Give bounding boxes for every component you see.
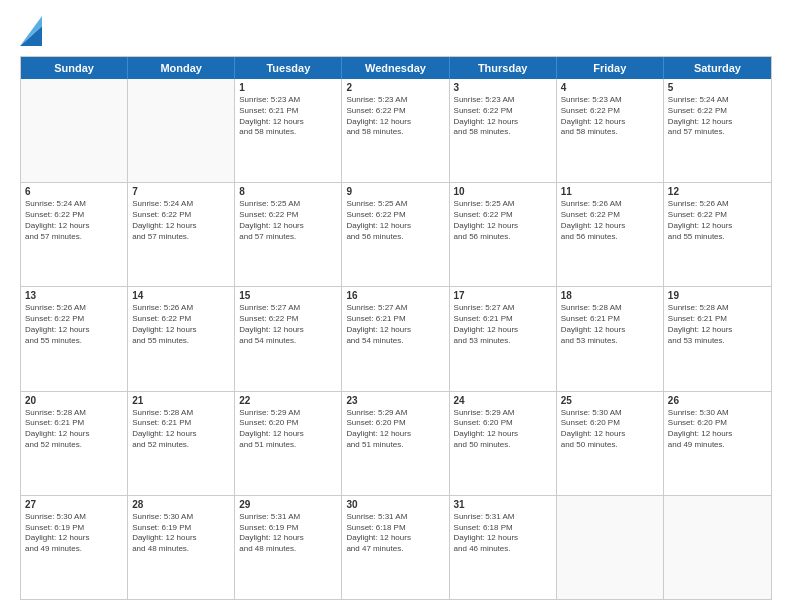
cell-info: Sunrise: 5:28 AMSunset: 6:21 PMDaylight:… — [561, 303, 659, 346]
day-number: 23 — [346, 395, 444, 406]
calendar-cell: 11Sunrise: 5:26 AMSunset: 6:22 PMDayligh… — [557, 183, 664, 286]
day-number: 20 — [25, 395, 123, 406]
calendar-cell: 24Sunrise: 5:29 AMSunset: 6:20 PMDayligh… — [450, 392, 557, 495]
day-number: 13 — [25, 290, 123, 301]
calendar-cell: 26Sunrise: 5:30 AMSunset: 6:20 PMDayligh… — [664, 392, 771, 495]
cell-info: Sunrise: 5:30 AMSunset: 6:20 PMDaylight:… — [668, 408, 767, 451]
calendar-cell: 20Sunrise: 5:28 AMSunset: 6:21 PMDayligh… — [21, 392, 128, 495]
day-number: 10 — [454, 186, 552, 197]
calendar-body: 1Sunrise: 5:23 AMSunset: 6:21 PMDaylight… — [21, 79, 771, 599]
calendar-header: SundayMondayTuesdayWednesdayThursdayFrid… — [21, 57, 771, 79]
day-number: 24 — [454, 395, 552, 406]
page: SundayMondayTuesdayWednesdayThursdayFrid… — [0, 0, 792, 612]
calendar-cell: 15Sunrise: 5:27 AMSunset: 6:22 PMDayligh… — [235, 287, 342, 390]
cell-info: Sunrise: 5:31 AMSunset: 6:19 PMDaylight:… — [239, 512, 337, 555]
cell-info: Sunrise: 5:26 AMSunset: 6:22 PMDaylight:… — [25, 303, 123, 346]
cell-info: Sunrise: 5:23 AMSunset: 6:21 PMDaylight:… — [239, 95, 337, 138]
cell-info: Sunrise: 5:27 AMSunset: 6:21 PMDaylight:… — [454, 303, 552, 346]
cell-info: Sunrise: 5:25 AMSunset: 6:22 PMDaylight:… — [454, 199, 552, 242]
calendar-cell: 31Sunrise: 5:31 AMSunset: 6:18 PMDayligh… — [450, 496, 557, 599]
cell-info: Sunrise: 5:25 AMSunset: 6:22 PMDaylight:… — [239, 199, 337, 242]
calendar-cell: 27Sunrise: 5:30 AMSunset: 6:19 PMDayligh… — [21, 496, 128, 599]
calendar-cell: 1Sunrise: 5:23 AMSunset: 6:21 PMDaylight… — [235, 79, 342, 182]
calendar-cell: 23Sunrise: 5:29 AMSunset: 6:20 PMDayligh… — [342, 392, 449, 495]
calendar-cell: 13Sunrise: 5:26 AMSunset: 6:22 PMDayligh… — [21, 287, 128, 390]
calendar-cell: 25Sunrise: 5:30 AMSunset: 6:20 PMDayligh… — [557, 392, 664, 495]
day-number: 3 — [454, 82, 552, 93]
calendar-cell: 30Sunrise: 5:31 AMSunset: 6:18 PMDayligh… — [342, 496, 449, 599]
day-number: 26 — [668, 395, 767, 406]
day-number: 19 — [668, 290, 767, 301]
calendar-cell — [664, 496, 771, 599]
logo-icon — [20, 16, 42, 46]
cell-info: Sunrise: 5:24 AMSunset: 6:22 PMDaylight:… — [668, 95, 767, 138]
day-number: 4 — [561, 82, 659, 93]
calendar-cell: 21Sunrise: 5:28 AMSunset: 6:21 PMDayligh… — [128, 392, 235, 495]
calendar-cell: 5Sunrise: 5:24 AMSunset: 6:22 PMDaylight… — [664, 79, 771, 182]
day-number: 16 — [346, 290, 444, 301]
calendar-cell: 28Sunrise: 5:30 AMSunset: 6:19 PMDayligh… — [128, 496, 235, 599]
header — [20, 16, 772, 46]
calendar-row: 20Sunrise: 5:28 AMSunset: 6:21 PMDayligh… — [21, 391, 771, 495]
calendar-row: 6Sunrise: 5:24 AMSunset: 6:22 PMDaylight… — [21, 182, 771, 286]
day-number: 12 — [668, 186, 767, 197]
cell-info: Sunrise: 5:27 AMSunset: 6:22 PMDaylight:… — [239, 303, 337, 346]
cell-info: Sunrise: 5:26 AMSunset: 6:22 PMDaylight:… — [132, 303, 230, 346]
weekday-header: Saturday — [664, 57, 771, 79]
calendar-cell: 8Sunrise: 5:25 AMSunset: 6:22 PMDaylight… — [235, 183, 342, 286]
cell-info: Sunrise: 5:28 AMSunset: 6:21 PMDaylight:… — [25, 408, 123, 451]
calendar-cell — [557, 496, 664, 599]
cell-info: Sunrise: 5:29 AMSunset: 6:20 PMDaylight:… — [454, 408, 552, 451]
day-number: 11 — [561, 186, 659, 197]
day-number: 14 — [132, 290, 230, 301]
cell-info: Sunrise: 5:23 AMSunset: 6:22 PMDaylight:… — [561, 95, 659, 138]
weekday-header: Friday — [557, 57, 664, 79]
day-number: 22 — [239, 395, 337, 406]
day-number: 18 — [561, 290, 659, 301]
weekday-header: Monday — [128, 57, 235, 79]
calendar-cell: 18Sunrise: 5:28 AMSunset: 6:21 PMDayligh… — [557, 287, 664, 390]
calendar-cell: 3Sunrise: 5:23 AMSunset: 6:22 PMDaylight… — [450, 79, 557, 182]
calendar-cell: 19Sunrise: 5:28 AMSunset: 6:21 PMDayligh… — [664, 287, 771, 390]
cell-info: Sunrise: 5:28 AMSunset: 6:21 PMDaylight:… — [132, 408, 230, 451]
cell-info: Sunrise: 5:30 AMSunset: 6:19 PMDaylight:… — [25, 512, 123, 555]
weekday-header: Wednesday — [342, 57, 449, 79]
calendar-cell: 7Sunrise: 5:24 AMSunset: 6:22 PMDaylight… — [128, 183, 235, 286]
calendar-cell: 2Sunrise: 5:23 AMSunset: 6:22 PMDaylight… — [342, 79, 449, 182]
cell-info: Sunrise: 5:23 AMSunset: 6:22 PMDaylight:… — [346, 95, 444, 138]
day-number: 21 — [132, 395, 230, 406]
calendar-cell: 4Sunrise: 5:23 AMSunset: 6:22 PMDaylight… — [557, 79, 664, 182]
cell-info: Sunrise: 5:24 AMSunset: 6:22 PMDaylight:… — [132, 199, 230, 242]
cell-info: Sunrise: 5:31 AMSunset: 6:18 PMDaylight:… — [346, 512, 444, 555]
calendar-row: 1Sunrise: 5:23 AMSunset: 6:21 PMDaylight… — [21, 79, 771, 182]
day-number: 27 — [25, 499, 123, 510]
cell-info: Sunrise: 5:30 AMSunset: 6:20 PMDaylight:… — [561, 408, 659, 451]
weekday-header: Thursday — [450, 57, 557, 79]
cell-info: Sunrise: 5:28 AMSunset: 6:21 PMDaylight:… — [668, 303, 767, 346]
calendar-cell: 29Sunrise: 5:31 AMSunset: 6:19 PMDayligh… — [235, 496, 342, 599]
cell-info: Sunrise: 5:27 AMSunset: 6:21 PMDaylight:… — [346, 303, 444, 346]
calendar-cell — [128, 79, 235, 182]
day-number: 2 — [346, 82, 444, 93]
cell-info: Sunrise: 5:26 AMSunset: 6:22 PMDaylight:… — [668, 199, 767, 242]
calendar-cell: 6Sunrise: 5:24 AMSunset: 6:22 PMDaylight… — [21, 183, 128, 286]
cell-info: Sunrise: 5:29 AMSunset: 6:20 PMDaylight:… — [239, 408, 337, 451]
calendar-cell: 10Sunrise: 5:25 AMSunset: 6:22 PMDayligh… — [450, 183, 557, 286]
logo — [20, 16, 46, 46]
calendar-cell: 16Sunrise: 5:27 AMSunset: 6:21 PMDayligh… — [342, 287, 449, 390]
day-number: 17 — [454, 290, 552, 301]
calendar-cell: 17Sunrise: 5:27 AMSunset: 6:21 PMDayligh… — [450, 287, 557, 390]
weekday-header: Sunday — [21, 57, 128, 79]
day-number: 1 — [239, 82, 337, 93]
day-number: 29 — [239, 499, 337, 510]
cell-info: Sunrise: 5:24 AMSunset: 6:22 PMDaylight:… — [25, 199, 123, 242]
day-number: 15 — [239, 290, 337, 301]
weekday-header: Tuesday — [235, 57, 342, 79]
calendar-row: 13Sunrise: 5:26 AMSunset: 6:22 PMDayligh… — [21, 286, 771, 390]
calendar: SundayMondayTuesdayWednesdayThursdayFrid… — [20, 56, 772, 600]
calendar-cell: 9Sunrise: 5:25 AMSunset: 6:22 PMDaylight… — [342, 183, 449, 286]
cell-info: Sunrise: 5:23 AMSunset: 6:22 PMDaylight:… — [454, 95, 552, 138]
cell-info: Sunrise: 5:30 AMSunset: 6:19 PMDaylight:… — [132, 512, 230, 555]
day-number: 9 — [346, 186, 444, 197]
calendar-row: 27Sunrise: 5:30 AMSunset: 6:19 PMDayligh… — [21, 495, 771, 599]
